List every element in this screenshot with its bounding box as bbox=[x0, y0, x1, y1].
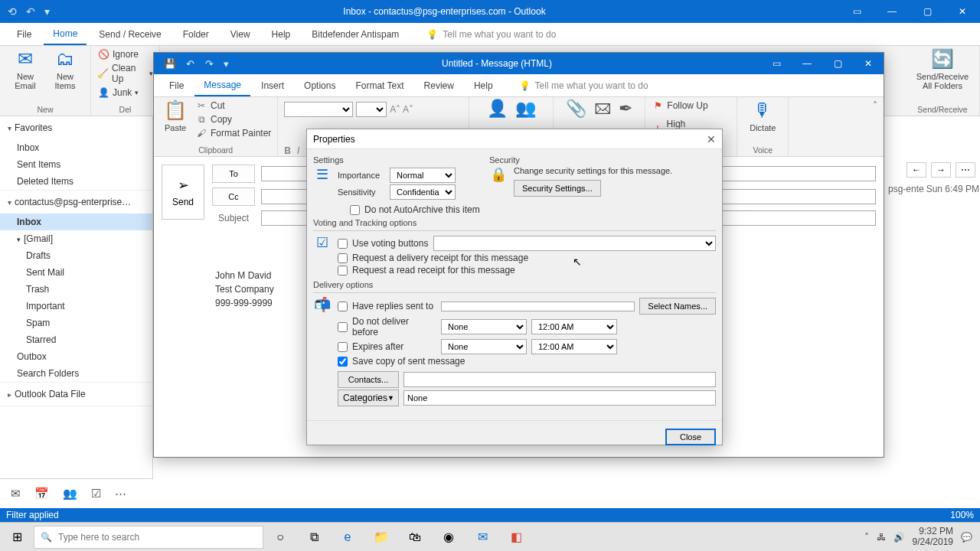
more-icon[interactable]: ⋯ bbox=[115, 487, 126, 500]
msg-tell-me[interactable]: 💡 Tell me what you want to do bbox=[519, 80, 648, 91]
tab-bitdefender[interactable]: Bitdefender Antispam bbox=[302, 24, 408, 44]
nav-fav-inbox[interactable]: Inbox bbox=[0, 139, 152, 156]
signature-icon[interactable]: ✒ bbox=[619, 99, 632, 119]
taskbar-search[interactable]: 🔍 Type here to search bbox=[34, 526, 263, 549]
msg-minimize-button[interactable]: — bbox=[792, 58, 822, 69]
deliver-time-select[interactable]: 12:00 AM bbox=[531, 319, 617, 334]
msg-qat-customize-icon[interactable]: ▾ bbox=[224, 58, 229, 70]
msg-tab-formattext[interactable]: Format Text bbox=[346, 76, 413, 96]
chrome-icon[interactable]: ◉ bbox=[432, 530, 466, 544]
categories-button[interactable]: Categories▼ bbox=[338, 390, 399, 406]
msg-save-icon[interactable]: 💾 bbox=[164, 58, 176, 70]
sensitivity-select[interactable]: Confidential bbox=[390, 184, 456, 200]
data-file-header[interactable]: ▸Outlook Data File bbox=[0, 383, 152, 406]
msg-tab-message[interactable]: Message bbox=[194, 75, 250, 96]
cc-button[interactable]: Cc bbox=[212, 187, 255, 206]
nav-sentmail[interactable]: Sent Mail bbox=[0, 264, 152, 281]
msg-tab-file[interactable]: File bbox=[160, 76, 193, 96]
followup-button[interactable]: ⚑Follow Up bbox=[652, 99, 707, 112]
check-names-icon[interactable]: 👥 bbox=[515, 99, 536, 119]
copy-button[interactable]: ⧉Copy bbox=[195, 112, 271, 126]
replies-to-field[interactable] bbox=[441, 302, 635, 311]
send-receive-all-button[interactable]: 🔄 Send/Receive All Folders bbox=[912, 47, 973, 90]
tab-send-receive[interactable]: Send / Receive bbox=[90, 24, 170, 44]
msg-tab-insert[interactable]: Insert bbox=[252, 76, 293, 96]
msg-undo-icon[interactable]: ↶ bbox=[186, 58, 194, 70]
address-book-icon[interactable]: 👤 bbox=[487, 99, 508, 119]
task-view-icon[interactable]: ⧉ bbox=[297, 530, 331, 544]
select-names-button[interactable]: Select Names... bbox=[639, 298, 716, 315]
voting-buttons-select[interactable] bbox=[433, 236, 716, 251]
nav-search-folders[interactable]: Search Folders bbox=[0, 365, 152, 382]
nav-drafts[interactable]: Drafts bbox=[0, 247, 152, 264]
cut-button[interactable]: ✂Cut bbox=[195, 99, 271, 112]
deliver-date-select[interactable]: None bbox=[441, 319, 527, 334]
junk-button[interactable]: 👤Junk▾ bbox=[97, 86, 153, 99]
clock[interactable]: 9:32 PM 9/24/2019 bbox=[913, 527, 953, 546]
mail-preview-row[interactable]: psg-ente Sun 6:49 PM bbox=[888, 184, 980, 194]
msg-redo-icon[interactable]: ↷ bbox=[205, 58, 214, 70]
tab-file[interactable]: File bbox=[8, 24, 41, 44]
favorites-header[interactable]: ▾Favorites bbox=[0, 116, 152, 139]
tab-folder[interactable]: Folder bbox=[174, 24, 218, 44]
nav-gmail[interactable]: ▾[Gmail] bbox=[0, 230, 152, 247]
to-button[interactable]: To bbox=[212, 165, 255, 183]
msg-maximize-button[interactable]: ▢ bbox=[822, 58, 853, 69]
contacts-field[interactable] bbox=[403, 372, 716, 387]
security-settings-button[interactable]: Security Settings... bbox=[514, 180, 601, 197]
nav-spam[interactable]: Spam bbox=[0, 315, 152, 331]
tell-me-search[interactable]: 💡 Tell me what you want to do bbox=[426, 29, 556, 40]
cortana-icon[interactable]: ○ bbox=[263, 530, 297, 544]
font-family-select[interactable] bbox=[284, 102, 353, 117]
qat-customize-icon[interactable]: ▾ bbox=[44, 5, 50, 18]
msg-tab-help[interactable]: Help bbox=[465, 76, 502, 96]
tab-view[interactable]: View bbox=[221, 24, 260, 44]
maximize-button[interactable]: ▢ bbox=[910, 0, 945, 23]
dictate-button[interactable]: 🎙 Dictate bbox=[743, 99, 782, 132]
people-icon[interactable]: 👥 bbox=[63, 487, 77, 500]
nav-important[interactable]: Important bbox=[0, 298, 152, 315]
send-button[interactable]: ➢ Send bbox=[162, 165, 204, 220]
mail-more-icon[interactable]: ⋯ bbox=[956, 162, 975, 178]
font-size-select[interactable] bbox=[356, 102, 387, 117]
format-painter-button[interactable]: 🖌Format Painter bbox=[195, 126, 271, 140]
read-receipt-checkbox[interactable] bbox=[338, 266, 348, 276]
store-icon[interactable]: 🛍 bbox=[398, 530, 432, 544]
attach-file-icon[interactable]: 📎 bbox=[566, 99, 586, 119]
nav-outbox[interactable]: Outbox bbox=[0, 348, 152, 365]
next-mail-icon[interactable]: → bbox=[931, 162, 951, 178]
ignore-button[interactable]: 🚫Ignore bbox=[97, 47, 153, 61]
new-email-button[interactable]: ✉ New Email bbox=[6, 47, 44, 90]
expires-after-checkbox[interactable] bbox=[338, 342, 348, 352]
outlook-taskbar-icon[interactable]: ✉ bbox=[466, 530, 499, 544]
use-voting-checkbox[interactable] bbox=[338, 239, 348, 249]
zoom-level[interactable]: 100% bbox=[950, 510, 974, 520]
nav-fav-sentitems[interactable]: Sent Items bbox=[0, 156, 152, 173]
categories-field[interactable] bbox=[403, 390, 716, 406]
have-replies-checkbox[interactable] bbox=[338, 302, 348, 311]
msg-ribbon-display-icon[interactable]: ▭ bbox=[761, 58, 792, 69]
tasks-icon[interactable]: ☑ bbox=[91, 487, 101, 500]
attach-item-icon[interactable]: 🖂 bbox=[594, 99, 611, 119]
account-header[interactable]: ▾contactus@psg-enterprise… bbox=[0, 191, 152, 214]
mail-icon[interactable]: ✉ bbox=[11, 487, 21, 500]
dialog-close-icon[interactable]: ✕ bbox=[707, 133, 716, 145]
nav-trash[interactable]: Trash bbox=[0, 281, 152, 298]
expires-date-select[interactable]: None bbox=[441, 339, 527, 354]
contacts-button[interactable]: Contacts... bbox=[338, 371, 399, 388]
ribbon-display-icon[interactable]: ▭ bbox=[839, 0, 874, 23]
nav-fav-deleteditems[interactable]: Deleted Items bbox=[0, 173, 152, 190]
volume-icon[interactable]: 🔊 bbox=[893, 532, 905, 543]
tab-help[interactable]: Help bbox=[263, 24, 300, 44]
close-button[interactable]: ✕ bbox=[945, 0, 980, 23]
delivery-receipt-checkbox[interactable] bbox=[338, 253, 348, 263]
tray-up-icon[interactable]: ˄ bbox=[864, 532, 869, 543]
close-button-dialog[interactable]: Close bbox=[665, 429, 716, 445]
new-items-button[interactable]: 🗂 New Items bbox=[46, 47, 84, 90]
minimize-button[interactable]: — bbox=[874, 0, 910, 23]
cleanup-button[interactable]: 🧹Clean Up▾ bbox=[97, 61, 153, 86]
qat-send-receive-icon[interactable]: ⟲ bbox=[8, 5, 17, 18]
prev-mail-icon[interactable]: ← bbox=[906, 162, 926, 178]
no-deliver-before-checkbox[interactable] bbox=[338, 322, 348, 332]
network-icon[interactable]: 🖧 bbox=[877, 532, 886, 543]
